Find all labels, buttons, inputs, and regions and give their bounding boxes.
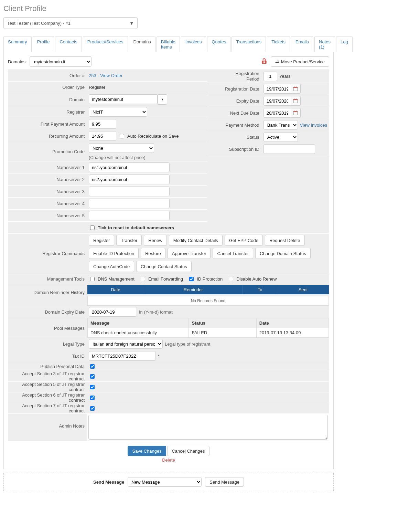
tab-profile[interactable]: Profile (33, 36, 54, 52)
admin-notes-textarea[interactable] (88, 415, 328, 440)
move-product-button[interactable]: ⇄ Move Product/Service (271, 56, 329, 67)
view-invoices-link[interactable]: View Invoices (300, 123, 327, 128)
tab-quotes[interactable]: Quotes (207, 36, 230, 52)
cmd-modify-contact-details-button[interactable]: Modify Contact Details (169, 235, 223, 246)
calendar-icon[interactable] (291, 96, 301, 106)
legal-type-select[interactable]: Italian and foreign natural persons (89, 339, 163, 349)
domain-dropdown-toggle[interactable]: ▼ (158, 94, 167, 105)
send-message-select[interactable]: New Message (128, 477, 202, 487)
order-link[interactable]: 253 - View Order (87, 72, 207, 79)
promo-hint: (Change will not affect price) (89, 155, 146, 160)
label-legal-type: Legal Type (8, 341, 87, 347)
tab-log[interactable]: Log (336, 36, 353, 52)
cmd-transfer-button[interactable]: Transfer (116, 235, 142, 246)
ns5-input[interactable] (89, 211, 170, 220)
tab-bar: SummaryProfileContactsProducts/ServicesD… (3, 36, 334, 52)
sec7-checkbox[interactable] (90, 406, 95, 411)
label-ns3: Nameserver 3 (8, 189, 87, 194)
cmd-request-delete-button[interactable]: Request Delete (265, 235, 305, 246)
pool-messages-table: MessageStatusDate DNS check ended unsucc… (87, 318, 329, 338)
recurring-input[interactable] (89, 131, 116, 141)
cmd-change-domain-status-button[interactable]: Change Domain Status (255, 248, 310, 259)
subscription-input[interactable] (263, 144, 315, 154)
client-dropdown-label: Test Tester (Test Company) - #1 (7, 21, 71, 26)
label-expiry-date: Expiry Date (207, 98, 262, 104)
promo-select[interactable]: None (89, 143, 154, 153)
page-title: Client Profile (3, 4, 334, 13)
auto-recalc-label: Auto Recalculate on Save (127, 134, 179, 139)
domain-input[interactable] (89, 94, 158, 104)
reg-period-input[interactable] (263, 72, 277, 81)
ns1-input[interactable] (89, 162, 170, 172)
send-message-button[interactable]: Send Message (205, 477, 244, 487)
domains-label: Domains: (8, 59, 27, 64)
label-payment-method: Payment Method (207, 123, 262, 128)
cmd-renew-button[interactable]: Renew (144, 235, 166, 246)
tab-products-services[interactable]: Products/Services (83, 36, 128, 52)
sec6-checkbox[interactable] (90, 396, 95, 400)
cmd-register-button[interactable]: Register (89, 235, 114, 246)
reset-ns-label: Tick to reset to default nameservers (98, 225, 174, 230)
cmd-cancel-transfer-button[interactable]: Cancel Transfer (213, 248, 253, 259)
cmd-enable-id-protection-button[interactable]: Enable ID Protection (89, 248, 139, 259)
years-label: Years (279, 74, 291, 79)
label-ns2: Nameserver 2 (8, 177, 87, 182)
id-protection-checkbox[interactable] (189, 277, 194, 281)
tab-notes-1-[interactable]: Notes (1) (314, 36, 335, 52)
calendar-icon[interactable] (291, 84, 301, 94)
label-ns1: Nameserver 1 (8, 165, 87, 170)
tab-billable-items[interactable]: Billable Items (157, 36, 180, 52)
cmd-restore-button[interactable]: Restore (141, 248, 165, 259)
label-order-type: Order Type (8, 85, 87, 90)
first-payment-input[interactable] (89, 119, 116, 129)
label-pool-messages: Pool Messages (8, 318, 87, 331)
table-row: DNS check ended unsuccessfullyFAILED2019… (88, 328, 329, 338)
client-dropdown[interactable]: Test Tester (Test Company) - #1 ▼ (3, 17, 138, 29)
delete-link[interactable]: Delete (162, 457, 175, 463)
label-admin-notes: Admin Notes (8, 414, 87, 429)
tab-domains[interactable]: Domains (129, 36, 155, 52)
label-tax-id: Tax ID (8, 354, 87, 359)
registrar-select[interactable]: NicIT (89, 107, 147, 117)
disable-auto-renew-checkbox[interactable] (229, 277, 233, 281)
label-registrar-cmds: Registrar Commands (8, 251, 87, 256)
email-fwd-checkbox[interactable] (141, 277, 145, 281)
tab-emails[interactable]: Emails (291, 36, 313, 52)
label-publish: Publish Personal Data (8, 364, 87, 369)
expiry-date-input[interactable] (263, 96, 291, 106)
tab-tickets[interactable]: Tickets (267, 36, 290, 52)
label-mgmt-tools: Management Tools (8, 276, 87, 282)
ns4-input[interactable] (89, 199, 170, 208)
label-reminder-hist: Domain Reminder History (8, 285, 87, 295)
payment-method-select[interactable]: Bank Transfer (263, 120, 298, 130)
domain-expiry-input[interactable] (89, 307, 137, 317)
shuffle-icon: ⇄ (275, 59, 279, 64)
tab-transactions[interactable]: Transactions (231, 36, 266, 52)
save-button[interactable]: Save Changes (128, 446, 166, 456)
tab-summary[interactable]: Summary (3, 36, 32, 52)
publish-checkbox[interactable] (90, 364, 95, 369)
calendar-icon[interactable] (291, 108, 301, 118)
next-due-input[interactable] (263, 108, 291, 118)
status-select[interactable]: Active (263, 132, 298, 142)
auto-recalc-checkbox[interactable] (120, 134, 124, 138)
sec5-checkbox[interactable] (90, 385, 95, 389)
reset-ns-checkbox[interactable] (90, 225, 95, 230)
domains-panel: Domains: mytestdomain.it ⇄ Move Product/… (3, 52, 334, 469)
cmd-change-contact-status-button[interactable]: Change Contact Status (136, 261, 191, 272)
tab-invoices[interactable]: Invoices (181, 36, 206, 52)
cmd-change-authcode-button[interactable]: Change AuthCode (89, 261, 134, 272)
ns2-input[interactable] (89, 175, 170, 184)
domain-select[interactable]: mytestdomain.it (30, 56, 91, 67)
tax-id-input[interactable] (89, 351, 156, 361)
cmd-get-epp-code-button[interactable]: Get EPP Code (225, 235, 263, 246)
tab-contacts[interactable]: Contacts (55, 36, 82, 52)
ns3-input[interactable] (89, 187, 170, 196)
reg-date-input[interactable] (263, 84, 291, 94)
cancel-button[interactable]: Cancel Changes (167, 446, 209, 456)
dns-mgmt-checkbox[interactable] (90, 277, 95, 281)
label-sec5: Accept Section 5 of .IT registrar contra… (8, 382, 87, 392)
cmd-approve-transfer-button[interactable]: Approve Transfer (168, 248, 211, 259)
label-domain-expiry: Domain Expiry Date (8, 309, 87, 315)
sec3-checkbox[interactable] (90, 374, 95, 379)
